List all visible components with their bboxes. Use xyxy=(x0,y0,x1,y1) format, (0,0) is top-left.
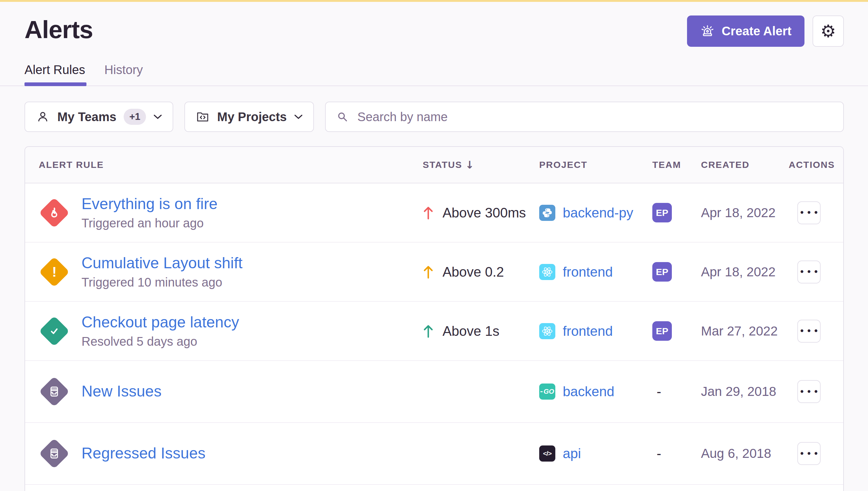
alert-rule-link[interactable]: Cumulative Layout shift xyxy=(82,254,243,272)
column-header-team: TEAM xyxy=(652,160,701,170)
alert-rule-link[interactable]: Regressed Issues xyxy=(82,444,205,462)
alert-rule-link[interactable]: Everything is on fire xyxy=(82,195,218,213)
team-badge: EP xyxy=(652,321,672,341)
alert-rule-link[interactable]: New Issues xyxy=(82,382,162,401)
status-threshold: Above 300ms xyxy=(443,205,526,221)
column-header-status[interactable]: STATUS ↓ xyxy=(423,158,539,171)
project-link[interactable]: backend-py xyxy=(563,205,633,221)
tab-history-label: History xyxy=(105,63,143,77)
table-row: ! Cumulative Layout shift Triggered 10 m… xyxy=(25,242,843,302)
alert-rules-table: ALERT RULE STATUS ↓ PROJECT TEAM CREATED… xyxy=(25,146,844,491)
search-input[interactable] xyxy=(357,110,833,124)
column-header-alert-rule: ALERT RULE xyxy=(25,160,423,170)
column-header-project: PROJECT xyxy=(539,160,652,170)
fire-icon xyxy=(47,206,61,220)
severity-badge-issue xyxy=(39,438,70,469)
row-actions-button[interactable]: ••• xyxy=(797,380,820,403)
table-row: Everything is on fire Triggered an hour … xyxy=(25,183,843,242)
filter-bar: My Teams +1 My Projects xyxy=(0,102,868,132)
alert-rule-link[interactable]: Checkout page latency xyxy=(82,314,239,331)
created-date: Apr 18, 2022 xyxy=(701,205,789,220)
projects-filter-label: My Projects xyxy=(217,110,287,124)
column-header-created: CREATED xyxy=(701,160,789,170)
gear-icon: ⚙ xyxy=(820,23,836,40)
created-date: Aug 6, 2018 xyxy=(701,446,789,461)
chevron-down-icon xyxy=(294,114,303,120)
team-none: - xyxy=(657,446,661,461)
ellipsis-icon: ••• xyxy=(797,448,820,459)
create-alert-button[interactable]: Create Alert xyxy=(687,16,805,47)
sort-desc-icon: ↓ xyxy=(466,158,475,171)
tab-history[interactable]: History xyxy=(105,63,143,86)
exclamation-icon: ! xyxy=(52,265,57,279)
status-threshold: Above 1s xyxy=(443,323,499,339)
tab-alert-rules-label: Alert Rules xyxy=(25,63,85,77)
team-badge: EP xyxy=(652,262,672,282)
row-actions-button[interactable]: ••• xyxy=(797,201,820,224)
header-actions: Create Alert ⚙ xyxy=(687,16,844,47)
table-row: Regressed Issues </> api - Aug 6, 2018 •… xyxy=(25,423,843,485)
table-row: New Issues GO backend - Jan 29, 2018 ••• xyxy=(25,361,843,423)
alert-rule-status-note: Triggered an hour ago xyxy=(82,216,218,230)
chevron-down-icon xyxy=(153,114,162,120)
status-threshold: Above 0.2 xyxy=(443,264,504,280)
table-row: Checkout page latency Resolved 5 days ag… xyxy=(25,302,843,361)
project-link[interactable]: backend xyxy=(563,384,614,399)
team-badge: EP xyxy=(652,203,672,223)
arrow-up-icon xyxy=(423,206,434,220)
search-box xyxy=(325,102,844,132)
row-actions-button[interactable]: ••• xyxy=(797,320,820,343)
arrow-up-icon xyxy=(423,265,434,279)
code-platform-icon: </> xyxy=(539,445,555,462)
person-icon xyxy=(36,110,50,124)
go-platform-icon: GO xyxy=(539,383,555,400)
alert-rule-status-note: Resolved 5 days ago xyxy=(82,335,239,348)
project-link[interactable]: frontend xyxy=(563,264,613,280)
ellipsis-icon: ••• xyxy=(797,266,820,277)
siren-icon xyxy=(700,24,715,39)
arrow-up-icon xyxy=(423,324,434,338)
tab-alert-rules[interactable]: Alert Rules xyxy=(25,63,85,86)
project-link[interactable]: frontend xyxy=(563,323,613,339)
react-platform-icon xyxy=(539,323,555,339)
ellipsis-icon: ••• xyxy=(797,207,820,218)
column-header-actions: ACTIONS xyxy=(789,160,843,170)
react-platform-icon xyxy=(539,264,555,280)
settings-button[interactable]: ⚙ xyxy=(813,16,844,47)
severity-badge-critical xyxy=(39,197,70,228)
create-alert-label: Create Alert xyxy=(722,24,791,38)
teams-filter-button[interactable]: My Teams +1 xyxy=(25,102,173,132)
check-icon xyxy=(47,324,61,338)
issues-stack-icon xyxy=(47,446,61,461)
severity-badge-issue xyxy=(39,376,70,407)
page-header: Alerts Create Alert ⚙ xyxy=(0,2,868,47)
page-title: Alerts xyxy=(25,16,93,44)
projects-filter-button[interactable]: My Projects xyxy=(185,102,314,132)
python-platform-icon xyxy=(539,205,555,221)
teams-filter-label: My Teams xyxy=(57,110,116,124)
project-link[interactable]: api xyxy=(563,446,581,461)
table-header-row: ALERT RULE STATUS ↓ PROJECT TEAM CREATED… xyxy=(25,147,843,183)
issues-stack-icon xyxy=(47,384,61,399)
tab-bar: Alert Rules History xyxy=(0,63,868,86)
team-none: - xyxy=(657,384,661,399)
created-date: Mar 27, 2022 xyxy=(701,324,789,339)
alert-rule-status-note: Triggered 10 minutes ago xyxy=(82,276,243,289)
created-date: Apr 18, 2022 xyxy=(701,264,789,280)
teams-extra-count-badge: +1 xyxy=(124,109,146,125)
row-actions-button[interactable]: ••• xyxy=(797,261,820,284)
severity-badge-resolved xyxy=(39,316,70,347)
folder-code-icon xyxy=(196,110,210,124)
ellipsis-icon: ••• xyxy=(797,386,820,397)
search-icon xyxy=(336,110,349,124)
ellipsis-icon: ••• xyxy=(797,325,820,337)
created-date: Jan 29, 2018 xyxy=(701,384,789,399)
row-actions-button[interactable]: ••• xyxy=(797,442,820,465)
severity-badge-warning: ! xyxy=(39,257,70,287)
